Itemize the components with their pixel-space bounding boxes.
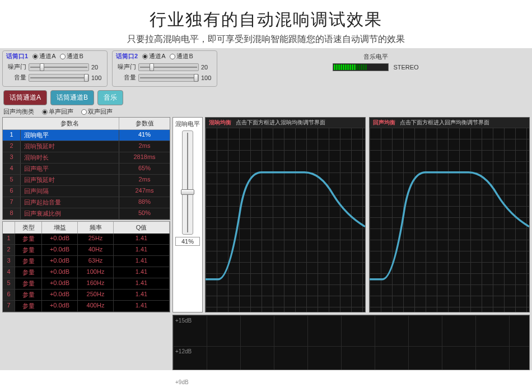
mic1-box: 话筒口1 通道A 通道B 噪声门 20 音量 100 bbox=[2, 50, 108, 87]
reverb-level-slider-box: 混响电平 41% bbox=[172, 117, 203, 312]
eq-row[interactable]: 5参量+0.0dB160Hz1.41 bbox=[3, 278, 170, 290]
mic1-noise-slider[interactable] bbox=[29, 63, 89, 71]
main-eq-chart[interactable]: +15dB +12dB +9dB bbox=[172, 315, 530, 370]
page-header: 行业独有的自动混响调试效果 只要拉高混响电平，即可享受到混响智能跟随您的语速自动… bbox=[0, 0, 532, 48]
eq-row[interactable]: 2参量+0.0dB40Hz1.41 bbox=[3, 245, 170, 256]
page-title: 行业独有的自动混响调试效果 bbox=[0, 8, 532, 31]
echo-eq-type-row: 回声均衡类 单声回声 双声回声 bbox=[0, 106, 532, 117]
music-level-label: 音乐电平 bbox=[227, 53, 524, 61]
param-row[interactable]: 4回声电平65% bbox=[3, 164, 170, 175]
param-row[interactable]: 6回声间隔247ms bbox=[3, 186, 170, 197]
eq-row[interactable]: 4参量+0.0dB100Hz1.41 bbox=[3, 267, 170, 278]
mic1-volume-value: 100 bbox=[91, 74, 104, 81]
vu-meter bbox=[333, 63, 389, 71]
audio-app: 话筒口1 通道A 通道B 噪声门 20 音量 100 话筒口2 通道A 通道B bbox=[0, 48, 532, 370]
mic1-title: 话筒口1 bbox=[6, 52, 28, 60]
tab-music[interactable]: 音乐 bbox=[97, 90, 123, 105]
stereo-label: STEREO bbox=[393, 64, 418, 71]
eq-row[interactable]: 1参量+0.0dB25Hz1.41 bbox=[3, 234, 170, 245]
radio-dot-icon bbox=[81, 109, 87, 115]
mic2-noise-value: 20 bbox=[201, 64, 213, 71]
page-subtitle: 只要拉高混响电平，即可享受到混响智能跟随您的语速自动调节的效果 bbox=[0, 34, 532, 45]
tab-mic-channel-a[interactable]: 话筒通道A bbox=[3, 90, 47, 105]
reverb-level-slider[interactable] bbox=[182, 130, 193, 235]
music-level-box: 音乐电平 STEREO bbox=[222, 50, 530, 87]
param-row[interactable]: 3混响时长2818ms bbox=[3, 152, 170, 164]
mic2-channel-a-radio[interactable]: 通道A bbox=[142, 52, 165, 60]
tab-mic-channel-b[interactable]: 话筒通道B bbox=[50, 90, 94, 105]
eq-row[interactable]: 6参量+0.0dB250Hz1.41 bbox=[3, 290, 170, 301]
param-row[interactable]: 2混响预延时2ms bbox=[3, 141, 170, 152]
top-controls: 话筒口1 通道A 通道B 噪声门 20 音量 100 话筒口2 通道A 通道B bbox=[0, 48, 532, 89]
echo-curve-icon bbox=[370, 128, 529, 287]
radio-dot-icon bbox=[42, 109, 48, 115]
mic1-noise-value: 20 bbox=[91, 64, 104, 71]
mic1-channel-a-radio[interactable]: 通道A bbox=[32, 52, 55, 60]
mic1-channel-b-radio[interactable]: 通道B bbox=[60, 52, 83, 60]
reverb-level-title: 混响电平 bbox=[175, 120, 200, 128]
reverb-eq-chart[interactable]: 混响均衡 点击下面方框进入混响均衡调节界面 bbox=[205, 117, 366, 312]
eq-row[interactable]: 3参量+0.0dB63Hz1.41 bbox=[3, 256, 170, 267]
volume-label: 音量 bbox=[6, 73, 26, 82]
middle-section: 参数名 参数值 1混响电平41%2混响预延时2ms3混响时长2818ms4回声电… bbox=[0, 117, 532, 312]
radio-dot-icon bbox=[60, 54, 66, 59]
param-table: 参数名 参数值 1混响电平41%2混响预延时2ms3混响时长2818ms4回声电… bbox=[2, 117, 170, 220]
mic2-channel-b-radio[interactable]: 通道B bbox=[170, 52, 193, 60]
single-echo-radio[interactable]: 单声回声 bbox=[42, 108, 73, 116]
param-row[interactable]: 7回声起始音量88% bbox=[3, 197, 170, 208]
mic2-box: 话筒口2 通道A 通道B 噪声门 20 音量 100 bbox=[112, 50, 217, 87]
reverb-curve-icon bbox=[206, 128, 365, 287]
radio-dot-icon bbox=[32, 54, 38, 59]
mic1-volume-slider[interactable] bbox=[29, 74, 89, 82]
eq-row[interactable]: 7参量+0.0dB400Hz1.41 bbox=[3, 301, 170, 312]
channel-tabs: 话筒通道A 话筒通道B 音乐 bbox=[0, 89, 532, 106]
reverb-level-value: 41% bbox=[175, 237, 200, 246]
echo-eq-chart[interactable]: 回声均衡 点击下面方框进入回声均衡调节界面 bbox=[369, 117, 530, 312]
mic2-title: 话筒口2 bbox=[116, 52, 138, 60]
echo-eq-type-label: 回声均衡类 bbox=[3, 108, 34, 116]
param-row[interactable]: 1混响电平41% bbox=[3, 130, 170, 141]
radio-dot-icon bbox=[142, 54, 148, 59]
noise-gate-label: 噪声门 bbox=[6, 63, 26, 71]
param-head-value: 参数值 bbox=[119, 118, 170, 129]
mic2-volume-value: 100 bbox=[201, 74, 213, 81]
mic2-noise-slider[interactable] bbox=[138, 63, 199, 71]
eq-table: 类型 增益 频率 Q值 1参量+0.0dB25Hz1.412参量+0.0dB40… bbox=[2, 221, 170, 312]
param-row[interactable]: 5回声预延时2ms bbox=[3, 175, 170, 186]
mic2-volume-slider[interactable] bbox=[138, 74, 199, 82]
radio-dot-icon bbox=[170, 54, 175, 59]
param-head-name: 参数名 bbox=[21, 118, 119, 129]
param-row[interactable]: 8回声衰减比例50% bbox=[3, 208, 170, 220]
double-echo-radio[interactable]: 双声回声 bbox=[81, 108, 113, 116]
